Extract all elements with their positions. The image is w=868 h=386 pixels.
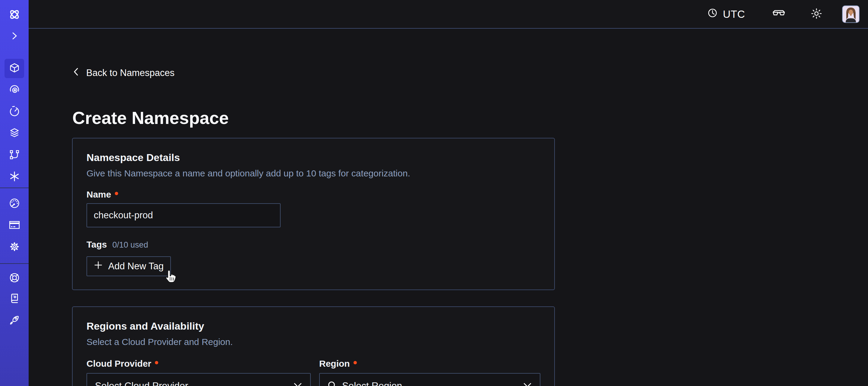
tags-counter: 0/10 used [113, 240, 148, 250]
user-avatar[interactable] [842, 5, 860, 23]
sidebar-item-docs[interactable] [4, 289, 24, 308]
sidebar-item-branch[interactable] [4, 146, 24, 165]
timer-icon [9, 106, 20, 118]
timezone-label: UTC [723, 8, 745, 20]
add-new-tag-button[interactable]: Add New Tag [87, 256, 171, 276]
tags-label-row: Tags 0/10 used [87, 239, 540, 250]
name-field-label: Name [87, 189, 540, 200]
sidebar-item-settings[interactable] [4, 238, 24, 257]
gear-icon [9, 241, 20, 254]
region-label: Region [319, 359, 540, 369]
temporal-logo[interactable] [4, 5, 24, 25]
topbar: UTC [29, 0, 868, 29]
reader-mode-button[interactable] [772, 9, 785, 19]
sidebar-divider [0, 187, 29, 188]
sidebar-item-layers[interactable] [4, 124, 24, 143]
back-to-namespaces-link[interactable]: Back to Namespaces [72, 67, 175, 79]
credit-card-icon [8, 219, 21, 232]
regions-availability-card: Regions and Availability Select a Cloud … [72, 306, 555, 386]
region-column: Region Select Region [319, 359, 540, 386]
sidebar-item-namespaces[interactable] [4, 59, 24, 78]
chevron-down-icon [523, 380, 532, 386]
back-label: Back to Namespaces [86, 67, 175, 79]
sidebar-item-usage[interactable] [4, 194, 24, 213]
sidebar-item-timer[interactable] [4, 102, 24, 121]
sidebar-item-asterisk[interactable] [4, 167, 24, 187]
provider-region-row: Cloud Provider Select Cloud Provider [87, 359, 540, 386]
cloud-provider-column: Cloud Provider Select Cloud Provider [87, 359, 311, 386]
cloud-provider-select[interactable]: Select Cloud Provider [87, 373, 311, 386]
clock-icon [707, 8, 718, 21]
rocket-icon [9, 314, 20, 327]
sidebar [0, 0, 29, 386]
lifebuoy-icon [9, 272, 20, 285]
gauge-icon [9, 198, 20, 210]
spiral-icon [9, 84, 20, 96]
branch-icon [9, 149, 20, 161]
cloud-provider-label: Cloud Provider [87, 359, 311, 369]
plus-icon [94, 261, 103, 272]
page-title: Create Namespace [72, 108, 229, 128]
card-subtitle: Give this Namespace a name and optionall… [87, 168, 540, 179]
namespace-name-input[interactable] [87, 203, 281, 227]
search-icon [328, 381, 337, 386]
card-title: Namespace Details [87, 152, 540, 164]
book-sparkles-icon [9, 292, 20, 305]
region-placeholder: Select Region [342, 380, 523, 386]
app-window: UTC [0, 0, 868, 386]
required-dot [115, 192, 118, 195]
sidebar-expand-button[interactable] [4, 27, 24, 46]
temporal-logo-icon [7, 7, 22, 23]
sidebar-divider [0, 263, 29, 264]
card-subtitle: Select a Cloud Provider and Region. [87, 337, 540, 347]
required-dot [155, 361, 158, 364]
cloud-provider-placeholder: Select Cloud Provider [95, 380, 293, 386]
namespace-details-card: Namespace Details Give this Namespace a … [72, 138, 555, 290]
asterisk-icon [9, 171, 20, 183]
chevron-down-icon [293, 380, 302, 386]
glasses-icon [772, 9, 785, 19]
cube-icon [9, 62, 20, 75]
card-title: Regions and Availability [87, 320, 540, 332]
sidebar-item-support[interactable] [4, 269, 24, 288]
chevron-right-icon [10, 31, 19, 42]
timezone-selector[interactable]: UTC [707, 8, 745, 21]
tags-label: Tags [87, 239, 107, 250]
sidebar-item-spiral[interactable] [4, 81, 24, 100]
required-dot [353, 361, 357, 364]
theme-toggle-button[interactable] [811, 8, 822, 20]
sun-icon [811, 8, 822, 20]
layers-icon [9, 127, 20, 140]
sidebar-item-getting-started[interactable] [4, 311, 24, 330]
sidebar-item-billing[interactable] [4, 216, 24, 235]
chevron-left-icon [72, 67, 80, 79]
region-select[interactable]: Select Region [319, 373, 540, 386]
